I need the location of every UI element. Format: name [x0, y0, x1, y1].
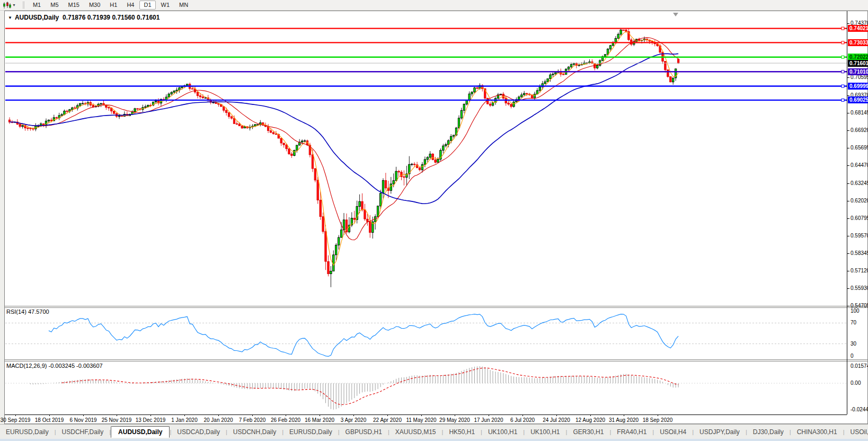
tab-usdcnh-daily[interactable]: USDCNH,Daily: [227, 427, 282, 437]
date-tick-mark: [658, 414, 658, 416]
tab-gbpusd-h1[interactable]: GBPUSD,H1: [340, 427, 388, 437]
date-tick-mark: [252, 414, 253, 416]
price-tick-mark: [847, 183, 849, 184]
tab-eurusd-daily[interactable]: EURUSD,Daily: [284, 427, 338, 437]
tab-dj30-daily[interactable]: DJ30,Daily: [747, 427, 790, 437]
tab-eurusd-daily[interactable]: EURUSD,Daily: [0, 427, 55, 437]
tab-usoil-h4[interactable]: USOil,H4: [654, 427, 692, 437]
date-tick-mark: [218, 414, 219, 416]
tab-usdcad-daily[interactable]: USDCAD,Daily: [171, 427, 226, 437]
candles-canvas: [5, 12, 847, 306]
tab-uk100-h1[interactable]: UK100,H1: [525, 427, 565, 437]
date-tick-mark: [150, 414, 151, 416]
date-label: 1 Jan 2020: [165, 417, 204, 423]
price-tick-mark: [847, 130, 849, 131]
price-tick-mark: [847, 165, 849, 166]
tab-uk100-h1[interactable]: UK100,H1: [482, 427, 523, 437]
timeframe-button-d1[interactable]: D1: [139, 1, 155, 10]
tab-usdjpy-daily[interactable]: USDJPY,Daily: [694, 427, 746, 437]
macd-axis-label: 0.015741: [851, 363, 868, 369]
date-label: 18 Oct 2019: [30, 417, 69, 423]
price-line-badge: 0.69999: [848, 83, 868, 90]
date-tick-mark: [387, 414, 388, 416]
price-tick-mark: [847, 148, 849, 148]
price-tick-mark: [847, 95, 849, 96]
chart-window: ▼AUDUSD,Daily 0.71876 0.71939 0.71560 0.…: [4, 11, 868, 424]
date-tick-mark: [83, 414, 84, 416]
rsi-canvas: [5, 307, 847, 359]
date-label: 18 Sep 2020: [638, 417, 677, 423]
price-tick-label: 0.66920: [851, 127, 868, 133]
chart-title: ▼AUDUSD,Daily 0.71876 0.71939 0.71560 0.…: [8, 14, 160, 21]
date-tick-mark: [286, 414, 286, 416]
chart-symbol: AUDUSD,Daily: [15, 14, 59, 21]
price-tick-mark: [847, 236, 849, 236]
symbol-caret-icon[interactable]: ▼: [8, 15, 12, 20]
price-tick-label: 0.65695: [851, 145, 868, 151]
price-tick-label: 0.60795: [851, 215, 868, 221]
date-tick-mark: [522, 414, 523, 416]
price-tick-mark: [847, 218, 849, 219]
price-line-badge: 0.69025: [848, 96, 868, 103]
mt4-application: ▼ M1M5M15M30H1H4D1W1MN ▼AUDUSD,Daily 0.7…: [0, 0, 868, 441]
timeframe-button-w1[interactable]: W1: [157, 1, 174, 10]
price-tick-mark: [847, 77, 849, 78]
date-label: 6 Jul 2020: [503, 417, 542, 423]
timeframe-button-h1[interactable]: H1: [105, 1, 121, 10]
date-label: 13 Dec 2019: [131, 417, 170, 423]
price-line-badge: 0.71010: [848, 68, 868, 75]
timeframe-button-m1[interactable]: M1: [29, 1, 45, 10]
rsi-axis-label: 100: [851, 308, 860, 314]
rsi-axis-label: 0: [851, 353, 854, 359]
macd-axis-label: 0.00: [851, 380, 861, 386]
tab-audusd-daily-active[interactable]: AUDUSD,Daily: [111, 426, 170, 438]
toolbar-grip[interactable]: [23, 2, 24, 8]
price-tick-label: 0.64470: [851, 162, 868, 168]
price-tick-label: 0.57120: [851, 268, 868, 274]
date-tick-mark: [320, 414, 320, 416]
date-tick-mark: [590, 414, 591, 416]
tab-usdchf-daily[interactable]: USDCHF,Daily: [56, 427, 110, 437]
timeframe-buttons: M1M5M15M30H1H4D1W1MN: [28, 1, 193, 10]
price-tick-mark: [847, 288, 849, 289]
macd-pane[interactable]: [5, 361, 847, 417]
chart-type-icon[interactable]: [3, 2, 11, 9]
date-tick-mark: [556, 414, 557, 416]
price-tick-label: 0.68145: [851, 110, 868, 116]
date-label: 16 Mar 2020: [300, 417, 339, 423]
tab-hk50-h1[interactable]: HK50,H1: [443, 427, 481, 437]
date-label: 29 May 2020: [435, 417, 474, 423]
rsi-pane[interactable]: [5, 307, 847, 361]
macd-axis-label: -0.024411: [851, 407, 868, 412]
date-label: 26 Feb 2020: [266, 417, 305, 423]
tab-xauusd-m15[interactable]: XAUUSD,M15: [389, 427, 442, 437]
tab-ger30-h1[interactable]: GER30,H1: [567, 427, 609, 437]
timeframe-button-h4[interactable]: H4: [122, 1, 138, 10]
timeframe-button-m5[interactable]: M5: [46, 1, 63, 10]
status-strip: [0, 439, 868, 441]
date-tick-mark: [455, 414, 455, 416]
date-label: 31 Aug 2020: [604, 417, 643, 423]
tab-fra40-h1[interactable]: FRA40,H1: [611, 427, 652, 437]
rsi-indicator-label: RSI(14) 47.5700: [6, 308, 49, 315]
date-tick-mark: [184, 414, 185, 416]
chart-type-caret-icon[interactable]: ▼: [12, 3, 16, 7]
date-label: 25 Nov 2019: [97, 417, 136, 423]
date-tick-mark: [117, 414, 117, 416]
timeframe-button-m30[interactable]: M30: [85, 1, 104, 10]
tab-china300-h1[interactable]: CHINA300,H1: [791, 427, 843, 437]
date-tick-mark: [624, 414, 624, 416]
price-tick-label: 0.58345: [851, 250, 868, 256]
timeframe-button-mn[interactable]: MN: [175, 1, 192, 10]
date-tick-mark: [49, 414, 50, 416]
timeframes-toolbar: ▼ M1M5M15M30H1H4D1W1MN: [0, 0, 868, 11]
date-label: 17 Jun 2020: [469, 417, 508, 423]
macd-indicator-label: MACD(12,26,9) -0.003245 -0.003607: [6, 363, 103, 369]
price-tick-label: 0.59570: [851, 233, 868, 239]
timeframe-button-m15[interactable]: M15: [64, 1, 84, 10]
date-label: 22 Apr 2020: [368, 417, 407, 423]
price-tick-mark: [847, 271, 849, 271]
price-tick-label: 0.62020: [851, 198, 868, 204]
tab-usoil-h[interactable]: USOil,H: [845, 427, 868, 437]
price-pane[interactable]: [5, 12, 847, 308]
